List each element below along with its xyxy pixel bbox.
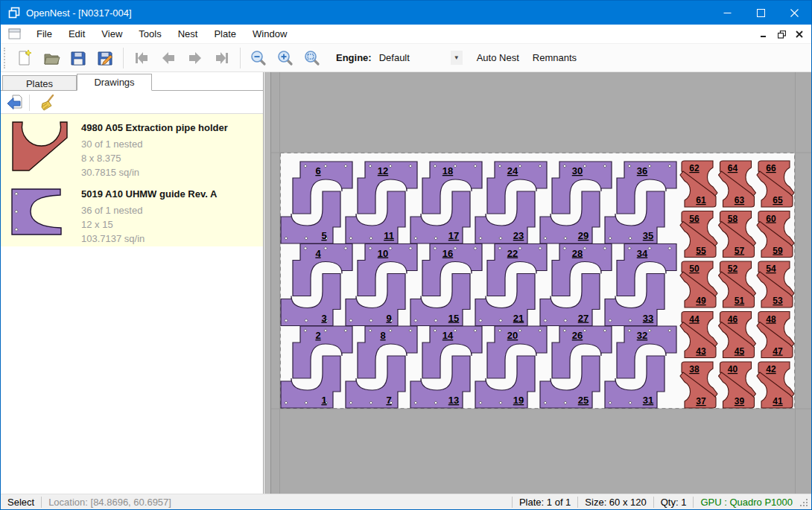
part-number: 50 — [689, 264, 700, 274]
import-drawing-icon — [6, 94, 24, 112]
part-number: 43 — [696, 346, 706, 357]
mdi-minimize-button[interactable] — [756, 27, 771, 42]
mdi-restore-button[interactable] — [774, 27, 789, 42]
part-number: 36 — [637, 165, 647, 176]
part-number: 19 — [513, 395, 524, 406]
menu-file[interactable]: File — [28, 25, 60, 42]
part-number: 34 — [637, 248, 648, 259]
part-number: 5 — [321, 230, 326, 241]
engine-label: Engine: — [336, 52, 372, 63]
part-number: 41 — [773, 396, 783, 407]
save-button[interactable] — [67, 47, 89, 69]
zoom-in-button[interactable] — [274, 47, 296, 69]
menu-nest[interactable]: Nest — [170, 25, 206, 42]
part-number: 45 — [735, 346, 745, 357]
part-number: 52 — [728, 264, 738, 274]
maximize-button[interactable] — [744, 1, 778, 25]
title-bar: OpenNest - [N0317-004] — [1, 1, 811, 25]
open-button[interactable] — [40, 47, 63, 69]
save-as-button[interactable] — [94, 47, 116, 69]
new-document-button[interactable] — [13, 47, 36, 69]
part-number: 28 — [572, 248, 583, 259]
status-separator — [577, 497, 578, 508]
zoom-fit-icon — [303, 49, 321, 67]
clean-broom-icon — [39, 94, 57, 112]
main-area: Plates Drawings — [1, 72, 811, 494]
zoom-in-icon — [276, 49, 294, 67]
drawing-nested: 36 of 1 nested — [81, 203, 217, 217]
zoom-fit-button[interactable] — [301, 47, 323, 69]
part-number: 18 — [443, 165, 453, 176]
part-number: 23 — [513, 230, 524, 241]
tab-drawings[interactable]: Drawings — [77, 74, 152, 91]
status-separator — [653, 497, 654, 508]
go-previous-button[interactable] — [157, 47, 180, 69]
minimize-button[interactable] — [711, 1, 744, 25]
status-plate: Plate: 1 of 1 — [519, 497, 571, 508]
drawing-area: 103.7137 sq/in — [81, 232, 217, 246]
part-number: 17 — [448, 230, 459, 241]
menu-view[interactable]: View — [93, 25, 130, 42]
drawing-thumbnail-purple — [11, 188, 63, 236]
toolbar-grip[interactable] — [4, 48, 7, 68]
part-number: 25 — [578, 395, 589, 406]
mdi-close-button[interactable] — [792, 27, 807, 42]
menu-plate[interactable]: Plate — [206, 25, 244, 42]
panel-splitter[interactable] — [264, 72, 271, 494]
nest-view[interactable]: 6512111817242330293635431091615222128273… — [271, 72, 812, 494]
tab-plates[interactable]: Plates — [2, 75, 77, 91]
part-number: 31 — [643, 395, 653, 406]
remnants-button[interactable]: Remnants — [526, 48, 583, 68]
menu-edit[interactable]: Edit — [60, 25, 93, 42]
part-number: 6 — [315, 165, 320, 176]
panel-toolbar — [1, 92, 263, 114]
drawing-item-1[interactable]: 5019 A10 UHMW guide Rev. A 36 of 1 neste… — [1, 180, 263, 246]
part-number: 32 — [637, 330, 647, 341]
drawing-area: 30.7815 sq/in — [81, 165, 228, 179]
engine-combobox[interactable]: Default — [379, 52, 437, 63]
engine-dropdown-arrow[interactable]: ▼ — [451, 51, 463, 65]
go-last-icon — [213, 49, 231, 67]
part-number: 51 — [735, 296, 745, 306]
go-previous-icon — [159, 49, 177, 67]
mdi-close-icon — [796, 31, 803, 38]
clean-button[interactable] — [37, 93, 58, 112]
part-number: 14 — [443, 330, 454, 341]
part-number: 3 — [321, 313, 326, 324]
part-number: 49 — [696, 296, 706, 306]
part-number: 44 — [689, 314, 700, 325]
mdi-system-icon[interactable] — [8, 28, 21, 39]
part-number: 12 — [378, 165, 388, 176]
part-number: 4 — [315, 248, 321, 259]
part-number: 38 — [689, 364, 700, 374]
status-size: Size: 60 x 120 — [585, 497, 646, 508]
close-icon — [790, 9, 799, 17]
save-as-icon — [96, 49, 114, 67]
drawing-item-0[interactable]: 4980 A05 Extraction pipe holder 30 of 1 … — [1, 114, 263, 180]
resize-grip[interactable] — [799, 497, 809, 508]
window-title: OpenNest - [N0317-004] — [26, 7, 132, 19]
go-first-button[interactable] — [130, 47, 153, 69]
drawing-title: 4980 A05 Extraction pipe holder — [81, 122, 228, 133]
go-next-button[interactable] — [184, 47, 206, 69]
part-number: 21 — [513, 313, 524, 324]
part-number: 10 — [378, 248, 388, 259]
auto-nest-button[interactable]: Auto Nest — [470, 48, 526, 68]
close-button[interactable] — [778, 1, 811, 25]
zoom-out-button[interactable] — [247, 47, 270, 69]
part-number: 27 — [578, 313, 589, 324]
toolbar-separator — [123, 48, 124, 68]
part-number: 35 — [643, 230, 653, 241]
mdi-restore-icon — [778, 31, 786, 39]
menu-tools[interactable]: Tools — [130, 25, 169, 42]
go-last-button[interactable] — [211, 47, 233, 69]
part-number: 15 — [448, 313, 459, 324]
menu-window[interactable]: Window — [244, 25, 295, 42]
part-number: 54 — [766, 264, 776, 274]
part-number: 59 — [773, 246, 783, 256]
nest-canvas[interactable]: 6512111817242330293635431091615222128273… — [271, 72, 812, 494]
panel-tabs: Plates Drawings — [1, 72, 263, 91]
part-number: 47 — [773, 346, 783, 357]
import-drawing-button[interactable] — [4, 93, 25, 112]
app-window: OpenNest - [N0317-004] File Edit View To… — [0, 0, 812, 510]
